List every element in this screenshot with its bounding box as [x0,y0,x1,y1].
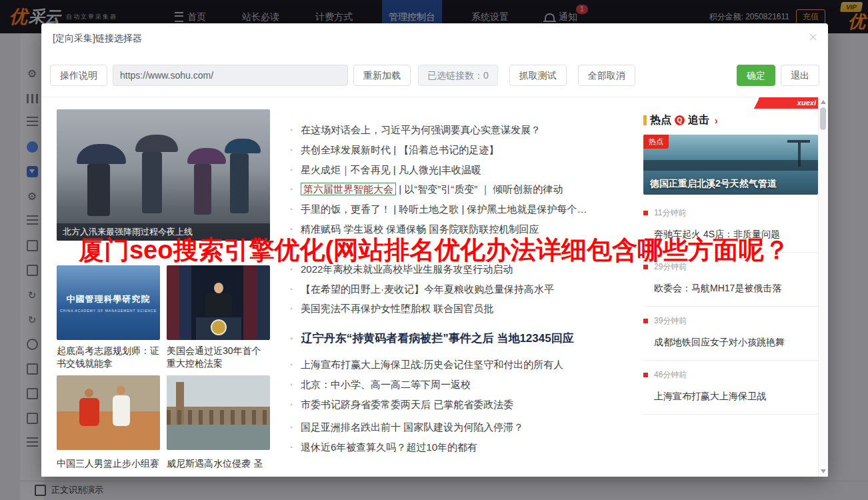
hot-tag: 热点 [643,135,669,149]
news-link[interactable]: 【在希望的田野上·麦收记】今年夏粮收购总量保持高水平 [290,283,554,296]
featured-caption: 德国正重启北溪2号天然气管道 [650,178,777,190]
player-red-jersey [79,398,99,426]
selected-link-highlight[interactable]: 第六届世界智能大会 [301,183,396,195]
hot-topics-list: 11分钟前 奔驰车起火 4S店：非质量问题 29分钟前 欧委会：马航MH17是被… [643,199,818,415]
scrollbar-thumb[interactable] [820,107,826,130]
timestamp: 46分钟前 [643,369,818,381]
content-scrollbar[interactable] [818,97,828,477]
card-caption[interactable]: 中国三人男篮止步小组赛 [57,457,160,470]
news-link[interactable]: 2022年离校未就业高校毕业生服务攻坚行动启动 [290,263,513,276]
close-icon[interactable]: × [809,30,817,45]
umbrella-shape [77,144,126,164]
news-link[interactable]: 星火成炬｜不舍再见 | 凡人微光|丰收温暖 [290,164,481,177]
scroll-up-icon[interactable] [821,100,826,104]
hot-topic-item[interactable]: 11分钟前 奔驰车起火 4S店：非质量问题 [643,199,818,253]
accent-bar [643,115,647,125]
link-selector-dialog: [定向采集]链接选择器 × 操作说明 重新加载 已选链接数：0 抓取测试 全部取… [41,23,828,477]
confirm-button[interactable]: 确定 [737,65,775,86]
cancel-all-button[interactable]: 全部取消 [578,65,635,86]
news-link[interactable]: 市委书记跻身省委常委两天后 已掌舵省委政法委 [290,399,513,411]
figure-head [214,283,223,293]
news-link[interactable]: 在这场对话会上，习近平为何强调要真心实意谋发展？ [290,124,541,137]
news-link[interactable]: 上海宣布打赢大上海保卫战:历史会记住坚守和付出的所有人 [290,359,563,371]
person-shape [87,164,110,216]
photo-caption: 北方入汛来最强降雨过程今夜上线 [57,223,270,241]
dialog-toolbar: 操作说明 重新加载 已选链接数：0 抓取测试 全部取消 确定 退出 [50,65,819,86]
seal-shape [211,319,227,335]
embedded-webpage: xuexi 北方入汛来最强降雨过程今夜上线 在这场对话会上，习近平为何强调要真心… [41,97,819,477]
help-button[interactable]: 操作说明 [50,65,107,86]
news-link[interactable]: 手里的饭，更香了！ | 聆听土地之歌 | 保护黑土地就是保护每个… [290,203,587,216]
selected-links-count: 已选链接数：0 [418,65,498,86]
hot-logo-icon: Q [675,115,685,125]
hot-topic-item[interactable]: 29分钟前 欧委会：马航MH17是被俄击落 [643,253,818,307]
xuexi-banner[interactable]: xuexi [747,97,819,109]
arches-shape [167,410,270,425]
umbrella-shape [225,139,261,153]
news-link-selected[interactable]: 第六届世界智能大会 | 以“智变”引“质变” ｜ 倾听创新的律动 [290,183,563,196]
news-link[interactable]: 精准赋码 学生返校 保通保畅 国务院联防联控机制回应 [290,223,539,236]
news-link[interactable]: 退休近6年被查算久吗？超过10年的都有 [290,441,477,454]
photo-rain-umbrellas[interactable]: 北方入汛来最强降雨过程今夜上线 [57,109,270,241]
reload-button[interactable]: 重新加载 [353,65,411,86]
news-link[interactable]: 共创全球发展新时代 | 【沿着总书记的足迹】 [290,144,499,157]
photo-basketball[interactable] [57,375,160,450]
card-caption[interactable]: 美国会通过近30年首个重大控枪法案 [167,345,270,370]
card-caption[interactable]: 起底高考志愿规划师：证书交钱就能拿 [57,345,160,370]
exit-button[interactable]: 退出 [781,65,819,86]
timestamp: 11分钟前 [643,207,818,219]
hot-topics-header[interactable]: 热点 Q 追击 › [643,113,718,127]
featured-story-photo[interactable]: 热点 德国正重启北溪2号天然气管道 [643,135,818,195]
timestamp: 29分钟前 [643,261,818,273]
player-head [117,386,125,395]
figure-body [205,293,232,316]
person-shape [194,164,211,215]
umbrella-shape [187,148,226,164]
grab-test-button[interactable]: 抓取测试 [509,65,567,86]
news-link[interactable]: 国足亚洲排名跌出前十 国家队建设为何陷入停滞？ [290,421,523,434]
chevron-right-icon: › [715,115,718,126]
scroll-down-icon[interactable] [821,469,826,473]
photo-biden-speech[interactable] [167,265,270,340]
news-link[interactable]: 北京：中小学、高一高二等下周一返校 [290,379,471,391]
pipeline-shape [643,160,818,171]
photo-venice-flood[interactable] [167,375,270,450]
hot-topic-item[interactable]: 46分钟前 上海宣布打赢大上海保卫战 [643,361,818,415]
player-head [85,389,93,397]
timestamp: 39分钟前 [643,315,818,327]
news-link[interactable]: 美国宪法不再保护女性堕胎权 联合国官员批 [290,303,493,315]
url-input[interactable] [113,65,348,86]
person-shape [230,153,249,213]
hot-topic-item[interactable]: 39分钟前 成都地铁回应女子对小孩跳艳舞 [643,307,818,361]
umbrella-shape [135,135,178,152]
player-white-jersey [113,395,130,426]
card-caption[interactable]: 威尼斯遇高水位侵袭 圣 [167,457,270,470]
person-shape [142,152,162,213]
news-link-lead[interactable]: 辽宁丹东“持黄码者看病被拦”事件之后 当地12345回应 [290,331,574,346]
dialog-title: [定向采集]链接选择器 [53,33,142,45]
photo-management-academy[interactable]: 中國管理科學研究院 CHINA ACADEMY OF MANAGEMENT SC… [57,265,160,340]
